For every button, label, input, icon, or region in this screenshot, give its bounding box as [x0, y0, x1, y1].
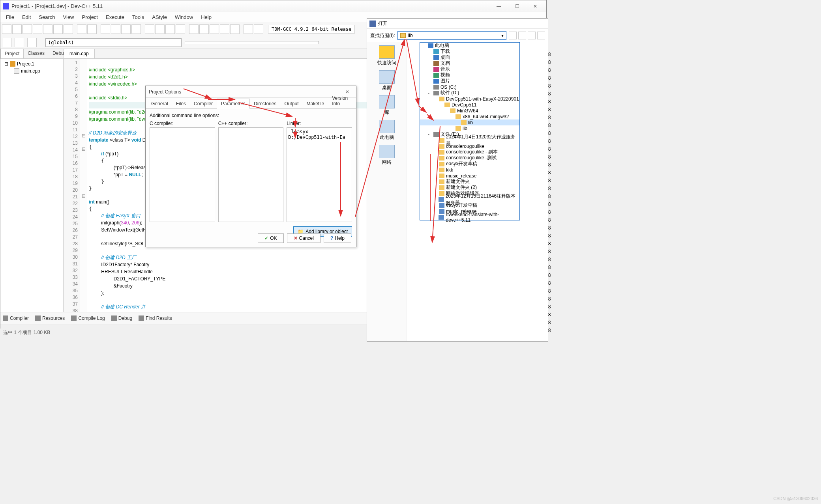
tree-item[interactable]: rtweekend-translate-with-devc++5.11 [420, 214, 519, 220]
globals-combo[interactable]: (globals) [45, 38, 182, 47]
tree-item[interactable]: 新建文件夹 [420, 179, 519, 185]
menu-execute[interactable]: Execute [102, 13, 128, 22]
menu-edit[interactable]: Edit [18, 13, 35, 22]
menu-project[interactable]: Project [78, 13, 102, 22]
tb-saveall[interactable] [33, 24, 42, 34]
help-button[interactable]: ?Help [324, 233, 351, 243]
dlg-tab-directories[interactable]: Directories [250, 99, 280, 108]
tb-goto[interactable] [131, 24, 141, 34]
tree-item[interactable]: 新建文件夹 (2) [420, 185, 519, 190]
tb-fwd[interactable] [15, 38, 24, 47]
menu-window[interactable]: Window [171, 13, 197, 22]
dlg-tab-compiler[interactable]: Compiler [190, 99, 217, 108]
side-libs[interactable]: 库 [379, 95, 395, 116]
nav-back[interactable] [509, 32, 517, 39]
menu-astyle[interactable]: AStyle [148, 13, 171, 22]
tree-item[interactable]: kkk [420, 167, 519, 173]
editor-tab[interactable]: main.cpp [64, 49, 95, 58]
dlg-tab-makefile[interactable]: Makefile [302, 99, 328, 108]
tab-compilelog[interactable]: Compile Log [71, 315, 105, 321]
tb-redo[interactable] [87, 24, 97, 34]
dlg-tab-versioninfo[interactable]: Version Info [328, 93, 354, 108]
ok-button[interactable]: ✓OK [258, 233, 283, 243]
maximize-button[interactable]: ☐ [508, 1, 526, 12]
nav-new[interactable] [528, 32, 536, 39]
tb-print[interactable] [64, 24, 73, 34]
cpp-compiler-input[interactable] [218, 127, 284, 222]
tb-close[interactable] [43, 24, 52, 34]
tb-stepover[interactable] [210, 24, 219, 34]
tb-profile[interactable] [244, 24, 253, 34]
side-desktop[interactable]: 桌面 [379, 70, 395, 91]
tb-compile[interactable] [145, 24, 154, 34]
func-combo[interactable] [185, 41, 319, 44]
tree-item[interactable]: x86_64-w64-mingw32 [420, 114, 519, 119]
tree-item[interactable]: 文档 [420, 60, 519, 66]
tree-item[interactable]: 图片 [420, 78, 519, 84]
tb-save[interactable] [22, 24, 32, 34]
menu-tools[interactable]: Tools [128, 13, 148, 22]
tree-item[interactable]: consolerougoulike - 副本 [420, 149, 519, 155]
scope-dropdown[interactable]: 此电脑下载桌面文档音乐视频图片OS (C:)-软件 (D:)DevCpp511-… [420, 42, 520, 220]
tree-item[interactable]: lib [420, 119, 519, 125]
tb-closeall[interactable] [53, 24, 63, 34]
tree-item[interactable]: 音乐 [420, 66, 519, 72]
linker-input[interactable] [287, 127, 352, 222]
tree-item[interactable]: consolerougoulike -测试 [420, 155, 519, 161]
cancel-button[interactable]: ✕Cancel [287, 233, 321, 243]
tab-project[interactable]: Project [0, 49, 24, 58]
side-quick[interactable]: 快速访问 [377, 45, 396, 66]
tab-findresults[interactable]: Find Results [139, 315, 172, 321]
tab-debug2[interactable]: Debug [111, 315, 132, 321]
nav-up[interactable] [518, 32, 526, 39]
tb-replace[interactable] [111, 24, 120, 34]
tree-file[interactable]: main.cpp [2, 67, 62, 75]
menu-view[interactable]: View [59, 13, 78, 22]
tree-item[interactable]: 下载 [420, 49, 519, 54]
tab-resources[interactable]: Resources [35, 315, 65, 321]
tb-continue[interactable] [230, 24, 240, 34]
menu-help[interactable]: Help [197, 13, 216, 22]
dlg-tab-output[interactable]: Output [280, 99, 302, 108]
tb-open[interactable] [12, 24, 22, 34]
tree-item[interactable]: MinGW64 [420, 108, 519, 114]
tree-item[interactable]: 视频 [420, 72, 519, 78]
compiler-select[interactable]: TDM-GCC 4.9.2 64-bit Release [268, 25, 355, 34]
tree-item[interactable]: music_release [420, 173, 519, 179]
tree-item[interactable]: 2024年1月4日132032大作业服务器 [420, 137, 519, 143]
minimize-button[interactable]: — [490, 1, 508, 12]
menu-file[interactable]: File [2, 13, 18, 22]
dlg-tab-parameters[interactable]: Parameters [217, 99, 250, 109]
tree-item[interactable]: DevCpp511-with-EasyX-20220901 [420, 96, 519, 102]
menu-search[interactable]: Search [35, 13, 59, 22]
tb-step[interactable] [199, 24, 209, 34]
tab-compiler[interactable]: Compiler [3, 315, 29, 321]
tb-bookmark[interactable] [27, 38, 37, 47]
tree-project[interactable]: ⊟Project1 [2, 60, 62, 67]
tb-new[interactable] [2, 24, 11, 34]
tb-cleanup[interactable] [254, 24, 263, 34]
tree-item[interactable]: -软件 (D:) [420, 90, 519, 96]
tree-item[interactable]: 此电脑 [420, 43, 519, 49]
tb-find[interactable] [101, 24, 110, 34]
tb-debug[interactable] [189, 24, 199, 34]
scope-select[interactable]: lib ▾ [397, 31, 506, 40]
nav-view[interactable] [537, 32, 545, 39]
tb-back[interactable] [2, 38, 11, 47]
tree-item[interactable]: 桌面 [420, 54, 519, 60]
tb-rebuild[interactable] [176, 24, 185, 34]
tree-item[interactable]: lib [420, 125, 519, 131]
tree-item[interactable]: OS (C:) [420, 84, 519, 90]
side-network[interactable]: 网络 [379, 145, 395, 166]
close-button[interactable]: ✕ [527, 1, 544, 12]
dlg-tab-general[interactable]: General [147, 99, 172, 108]
dlg-tab-files[interactable]: Files [172, 99, 190, 108]
tree-item[interactable]: 2023年12月15日211646注释版本服务器 [420, 196, 519, 202]
tab-classes[interactable]: Classes [24, 49, 49, 58]
tree-item[interactable]: DevCpp511 [420, 102, 519, 108]
tb-undo[interactable] [77, 24, 86, 34]
c-compiler-input[interactable] [150, 127, 215, 222]
side-thispc[interactable]: 此电脑 [379, 120, 395, 141]
tb-stepout[interactable] [220, 24, 229, 34]
tb-compilerun[interactable] [165, 24, 175, 34]
